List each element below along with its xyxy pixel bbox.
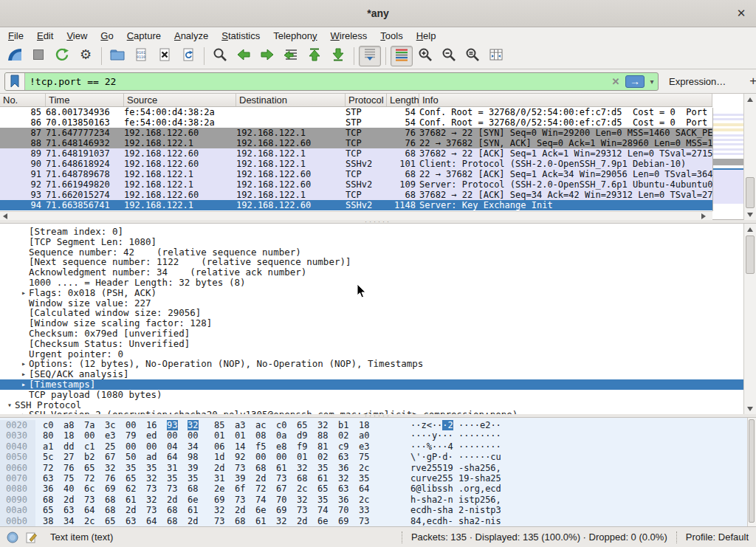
- byte[interactable]: 1d: [214, 452, 225, 462]
- expert-info-icon[interactable]: [6, 531, 19, 544]
- detail-line[interactable]: [Window size scaling factor: 128]: [0, 318, 756, 328]
- byte[interactable]: 88: [317, 430, 329, 441]
- stop-capture-button[interactable]: [27, 46, 49, 66]
- colorize-button[interactable]: [391, 46, 413, 66]
- byte[interactable]: 2c: [359, 463, 370, 473]
- byte[interactable]: 35: [126, 463, 137, 473]
- column-header-protocol[interactable]: Protocol: [346, 94, 387, 106]
- byte[interactable]: 38: [43, 516, 54, 526]
- detail-line[interactable]: ▸[SEQ/ACK analysis]: [0, 369, 756, 379]
- filter-value[interactable]: !tcp.port == 22: [25, 73, 608, 90]
- byte[interactable]: 2d: [235, 505, 246, 515]
- byte[interactable]: 76: [105, 473, 116, 484]
- byte[interactable]: 36: [43, 484, 54, 494]
- go-to-packet-button[interactable]: [280, 46, 302, 66]
- byte[interactable]: 68: [167, 516, 178, 526]
- detail-line[interactable]: Urgent pointer: 0: [0, 349, 756, 359]
- zoom-out-button[interactable]: [438, 46, 460, 66]
- byte[interactable]: 6e: [255, 505, 267, 515]
- packet-row-94[interactable]: 9471.663856741192.168.122.1192.168.122.6…: [0, 200, 712, 210]
- packet-row-91[interactable]: 9171.648789678192.168.122.1192.168.122.6…: [0, 169, 712, 179]
- byte[interactable]: 35: [359, 473, 370, 484]
- byte[interactable]: 61: [126, 495, 137, 505]
- scroll-down-icon[interactable]: [747, 213, 753, 217]
- go-forward-button[interactable]: [256, 46, 278, 66]
- byte[interactable]: 2d: [167, 495, 178, 505]
- packet-list-minimap[interactable]: [712, 108, 743, 211]
- byte[interactable]: 74: [255, 495, 267, 505]
- byte[interactable]: 64: [146, 516, 157, 526]
- detail-line[interactable]: [TCP Segment Len: 1080]: [0, 237, 756, 247]
- packet-row-88[interactable]: 8871.648146932192.168.122.1192.168.122.6…: [0, 138, 712, 148]
- byte[interactable]: 32: [146, 495, 157, 505]
- byte[interactable]: 73: [276, 473, 287, 484]
- byte[interactable]: 00: [188, 430, 199, 441]
- byte[interactable]: e8: [276, 441, 287, 452]
- byte[interactable]: 31: [214, 473, 225, 484]
- scrollbar-thumb[interactable]: [746, 235, 755, 274]
- packet-row-90[interactable]: 9071.648618924192.168.122.60192.168.122.…: [0, 159, 712, 169]
- byte[interactable]: 34: [188, 441, 199, 452]
- display-filter-input[interactable]: !tcp.port == 22 ✕ → ▾: [4, 72, 659, 91]
- byte[interactable]: 2c: [84, 516, 95, 526]
- detail-line[interactable]: Sequence number: 42 (relative sequence n…: [0, 247, 756, 258]
- byte[interactable]: 73: [235, 495, 246, 505]
- byte[interactable]: 36: [338, 495, 349, 505]
- byte[interactable]: 34: [63, 516, 75, 526]
- byte[interactable]: 73: [84, 495, 95, 505]
- byte[interactable]: 32: [276, 516, 287, 526]
- byte[interactable]: c9: [338, 441, 349, 452]
- detail-line[interactable]: [Stream index: 0]: [0, 227, 756, 237]
- collapsed-arrow-icon[interactable]: ▸: [18, 369, 29, 379]
- restart-capture-button[interactable]: [51, 46, 73, 66]
- byte[interactable]: 3c: [105, 420, 116, 430]
- close-file-button[interactable]: [154, 46, 176, 66]
- byte[interactable]: 63: [126, 516, 137, 526]
- byte[interactable]: 32: [214, 505, 225, 515]
- byte[interactable]: a1: [43, 441, 54, 452]
- add-filter-button[interactable]: +: [743, 74, 756, 89]
- byte[interactable]: f9: [297, 441, 308, 452]
- find-packet-button[interactable]: [209, 46, 231, 66]
- byte[interactable]: 69: [276, 505, 287, 515]
- hex-row-00a0[interactable]: 00a0656364682d736861322d6e6973747033ecdh…: [0, 505, 756, 515]
- byte[interactable]: 68: [43, 495, 54, 505]
- byte[interactable]: 65: [43, 505, 54, 515]
- byte[interactable]: b1: [338, 420, 349, 430]
- zoom-reset-button[interactable]: [461, 46, 484, 66]
- byte[interactable]: 00: [167, 430, 178, 441]
- byte[interactable]: 73: [359, 516, 370, 526]
- zoom-in-button[interactable]: [414, 46, 436, 66]
- hex-row-0090[interactable]: 0090682d736861322d6e697374703235362ch-sh…: [0, 495, 756, 505]
- byte[interactable]: 65: [84, 463, 95, 473]
- byte[interactable]: 35: [188, 473, 199, 484]
- selected-byte[interactable]: 93: [167, 420, 178, 430]
- hex-row-0060[interactable]: 006072766532353531392d7368613235362crve2…: [0, 463, 756, 473]
- detail-line[interactable]: ▸Flags: 0x018 (PSH, ACK): [0, 288, 756, 298]
- detail-line[interactable]: [Checksum Status: Unverified]: [0, 339, 756, 349]
- go-first-button[interactable]: [303, 46, 326, 66]
- byte[interactable]: ad: [146, 452, 157, 462]
- byte[interactable]: 00: [126, 420, 137, 430]
- hex-row-0050[interactable]: 00505c27b26750ad64981d92000001026375\'·g…: [0, 452, 756, 462]
- byte[interactable]: 65: [126, 473, 137, 484]
- byte[interactable]: 31: [167, 463, 178, 473]
- detail-line[interactable]: TCP payload (1080 bytes): [0, 390, 756, 400]
- filter-dropdown-caret[interactable]: ▾: [646, 73, 658, 90]
- byte[interactable]: dd: [63, 441, 75, 452]
- column-header-destination[interactable]: Destination: [236, 94, 346, 106]
- byte[interactable]: 39: [188, 463, 199, 473]
- column-header-info[interactable]: Info: [419, 94, 712, 106]
- byte[interactable]: 2d: [255, 473, 267, 484]
- byte[interactable]: 69: [338, 516, 349, 526]
- reload-file-button[interactable]: [177, 46, 199, 66]
- byte[interactable]: ac: [255, 420, 267, 430]
- byte[interactable]: 01: [214, 430, 225, 441]
- byte[interactable]: 72: [255, 484, 267, 494]
- byte[interactable]: 06: [214, 441, 225, 452]
- scroll-left-icon[interactable]: [3, 213, 7, 219]
- byte[interactable]: 6f: [235, 484, 246, 494]
- resize-columns-button[interactable]: [485, 46, 507, 66]
- byte[interactable]: f5: [255, 441, 267, 452]
- byte[interactable]: 81: [317, 441, 329, 452]
